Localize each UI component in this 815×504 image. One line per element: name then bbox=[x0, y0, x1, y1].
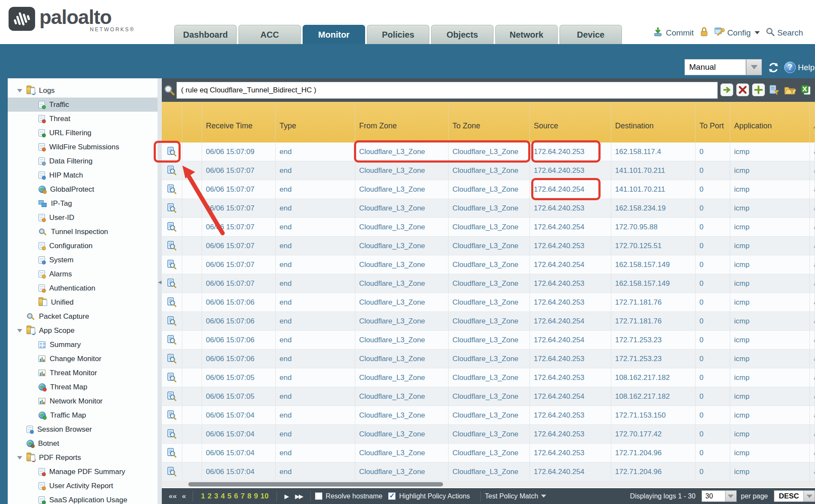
sidebar-item-summary[interactable]: Summary bbox=[8, 338, 158, 352]
log-detail-icon[interactable] bbox=[162, 406, 182, 424]
tab-policies[interactable]: Policies bbox=[367, 25, 429, 44]
table-row[interactable]: 06/06 15:07:04endCloudflare_L3_ZoneCloud… bbox=[162, 425, 815, 444]
sort-order-select-arrow[interactable] bbox=[804, 490, 815, 502]
log-cell-application[interactable]: icmp bbox=[730, 274, 810, 293]
log-cell-to-zone[interactable]: Cloudflare_L3_Zone bbox=[449, 199, 530, 217]
log-cell-to-zone[interactable]: Cloudflare_L3_Zone bbox=[449, 387, 530, 406]
log-cell-source[interactable]: 172.64.240.253 bbox=[530, 142, 611, 161]
log-cell-application[interactable]: icmp bbox=[730, 331, 810, 349]
sidebar-item-alarms[interactable]: Alarms bbox=[8, 267, 158, 281]
log-cell-destination[interactable]: 162.158.234.19 bbox=[611, 199, 696, 217]
tab-objects[interactable]: Objects bbox=[431, 25, 494, 44]
log-cell-destination[interactable]: 108.162.217.182 bbox=[611, 387, 696, 406]
log-cell-destination[interactable]: 108.162.217.182 bbox=[611, 368, 696, 387]
log-cell-destination[interactable]: 162.158.117.4 bbox=[611, 142, 696, 161]
sidebar-item-threat[interactable]: Threat bbox=[8, 112, 158, 126]
sidebar-item-manage-pdf-summary[interactable]: Manage PDF Summary bbox=[8, 465, 158, 479]
log-detail-icon[interactable] bbox=[162, 312, 182, 330]
log-cell-source[interactable]: 172.64.240.253 bbox=[530, 425, 611, 443]
log-cell-from-zone[interactable]: Cloudflare_L3_Zone bbox=[355, 218, 449, 236]
add-filter-icon[interactable] bbox=[752, 83, 765, 96]
log-cell-from-zone[interactable]: Cloudflare_L3_Zone bbox=[355, 331, 449, 349]
commit-button[interactable]: Commit bbox=[653, 27, 693, 39]
log-cell-source[interactable]: 172.64.240.254 bbox=[530, 331, 611, 349]
log-cell-to-zone[interactable]: Cloudflare_L3_Zone bbox=[449, 142, 530, 161]
column-header-a[interactable]: A bbox=[810, 102, 815, 142]
log-cell-destination[interactable]: 172.71.204.96 bbox=[611, 462, 696, 481]
resolve-hostname-checkbox[interactable] bbox=[315, 492, 322, 500]
log-cell-source[interactable]: 172.64.240.253 bbox=[530, 444, 611, 462]
log-filter-input[interactable] bbox=[176, 82, 718, 99]
refresh-mode-select[interactable]: Manual bbox=[684, 59, 746, 75]
table-row[interactable]: 06/06 15:07:07endCloudflare_L3_ZoneCloud… bbox=[162, 199, 815, 218]
column-header-type[interactable]: Type bbox=[276, 102, 355, 142]
log-cell-destination[interactable]: 172.71.181.76 bbox=[611, 293, 696, 311]
page-number-4[interactable]: 4 bbox=[221, 492, 225, 501]
page-number-10[interactable]: 10 bbox=[261, 492, 269, 501]
expand-triangle-icon[interactable] bbox=[17, 456, 22, 460]
log-cell-application[interactable]: icmp bbox=[730, 425, 810, 443]
log-cell-application[interactable]: icmp bbox=[730, 406, 810, 424]
log-cell-to-zone[interactable]: Cloudflare_L3_Zone bbox=[449, 161, 530, 180]
log-cell-destination[interactable]: 172.70.125.51 bbox=[611, 237, 696, 255]
table-row[interactable]: 06/06 15:07:04endCloudflare_L3_ZoneCloud… bbox=[162, 406, 815, 425]
sidebar-item-unified[interactable]: Unified bbox=[8, 295, 158, 309]
table-row[interactable]: 06/06 15:07:04endCloudflare_L3_ZoneCloud… bbox=[162, 444, 815, 462]
log-cell-application[interactable]: icmp bbox=[730, 462, 810, 481]
sidebar-item-url-filtering[interactable]: URL Filtering bbox=[8, 126, 158, 140]
clear-filter-icon[interactable] bbox=[736, 83, 749, 96]
horizontal-scrollbar[interactable] bbox=[162, 481, 815, 487]
table-row[interactable]: 06/06 15:07:06endCloudflare_L3_ZoneCloud… bbox=[162, 350, 815, 368]
apply-filter-icon[interactable] bbox=[720, 83, 733, 96]
log-cell-to-zone[interactable]: Cloudflare_L3_Zone bbox=[449, 293, 530, 311]
sidebar-item-user-activity-report[interactable]: User Activity Report bbox=[8, 479, 158, 493]
last-page-button[interactable]: ▶▶ bbox=[295, 493, 303, 500]
page-number-7[interactable]: 7 bbox=[241, 492, 244, 501]
log-cell-destination[interactable]: 162.158.157.149 bbox=[611, 274, 696, 293]
log-cell-to-zone[interactable]: Cloudflare_L3_Zone bbox=[449, 350, 530, 368]
log-cell-source[interactable]: 172.64.240.253 bbox=[530, 161, 611, 180]
table-row[interactable]: 06/06 15:07:07endCloudflare_L3_ZoneCloud… bbox=[162, 180, 815, 199]
log-detail-icon[interactable] bbox=[162, 350, 182, 368]
log-cell-application[interactable]: icmp bbox=[730, 180, 810, 199]
tab-monitor[interactable]: Monitor bbox=[303, 25, 365, 44]
column-header-receive-time[interactable]: Receive Time bbox=[202, 102, 276, 142]
table-row[interactable]: 06/06 15:07:07endCloudflare_L3_ZoneCloud… bbox=[162, 218, 815, 237]
log-cell-source[interactable]: 172.64.240.253 bbox=[530, 237, 611, 255]
log-cell-application[interactable]: icmp bbox=[730, 161, 810, 180]
tab-dashboard[interactable]: Dashboard bbox=[174, 25, 237, 44]
sidebar-item-ip-tag[interactable]: IP-Tag bbox=[8, 196, 158, 210]
first-page-button[interactable]: «« bbox=[169, 492, 177, 501]
sidebar-item-app-scope[interactable]: App Scope bbox=[8, 323, 158, 338]
sidebar-item-globalprotect[interactable]: GlobalProtect bbox=[8, 182, 158, 196]
log-cell-from-zone[interactable]: Cloudflare_L3_Zone bbox=[355, 274, 449, 293]
log-cell-from-zone[interactable]: Cloudflare_L3_Zone bbox=[355, 161, 449, 180]
page-number-3[interactable]: 3 bbox=[214, 492, 218, 501]
expand-triangle-icon[interactable] bbox=[17, 89, 22, 92]
sort-order-select[interactable]: DESC bbox=[774, 490, 804, 502]
log-cell-application[interactable]: icmp bbox=[730, 199, 810, 217]
log-cell-source[interactable]: 172.64.240.253 bbox=[530, 274, 611, 293]
log-cell-destination[interactable]: 172.71.181.76 bbox=[611, 312, 696, 330]
log-cell-from-zone[interactable]: Cloudflare_L3_Zone bbox=[355, 255, 449, 274]
per-page-select-arrow[interactable] bbox=[726, 490, 737, 502]
log-detail-icon[interactable] bbox=[162, 331, 182, 349]
log-cell-application[interactable]: icmp bbox=[730, 387, 810, 406]
log-cell-from-zone[interactable]: Cloudflare_L3_Zone bbox=[355, 199, 449, 217]
log-cell-destination[interactable]: 172.71.253.23 bbox=[611, 331, 696, 349]
sidebar-item-threat-map[interactable]: Threat Map bbox=[8, 380, 158, 394]
table-row[interactable]: 06/06 15:07:07endCloudflare_L3_ZoneCloud… bbox=[162, 237, 815, 255]
column-header-to-port[interactable]: To Port bbox=[696, 102, 730, 142]
sidebar-item-system[interactable]: System bbox=[8, 253, 158, 267]
log-cell-application[interactable]: icmp bbox=[730, 350, 810, 368]
log-cell-from-zone[interactable]: Cloudflare_L3_Zone bbox=[355, 444, 449, 462]
horizontal-scrollbar-handle[interactable] bbox=[188, 482, 443, 486]
log-cell-to-zone[interactable]: Cloudflare_L3_Zone bbox=[449, 255, 530, 274]
next-page-button[interactable]: ▶ bbox=[285, 493, 289, 500]
save-filter-icon[interactable] bbox=[768, 83, 781, 96]
log-cell-application[interactable]: icmp bbox=[730, 368, 810, 387]
page-number-8[interactable]: 8 bbox=[247, 492, 251, 501]
log-cell-application[interactable]: icmp bbox=[730, 312, 810, 330]
table-row[interactable]: 06/06 15:07:09endCloudflare_L3_ZoneCloud… bbox=[162, 142, 815, 161]
log-detail-icon[interactable] bbox=[162, 462, 182, 481]
